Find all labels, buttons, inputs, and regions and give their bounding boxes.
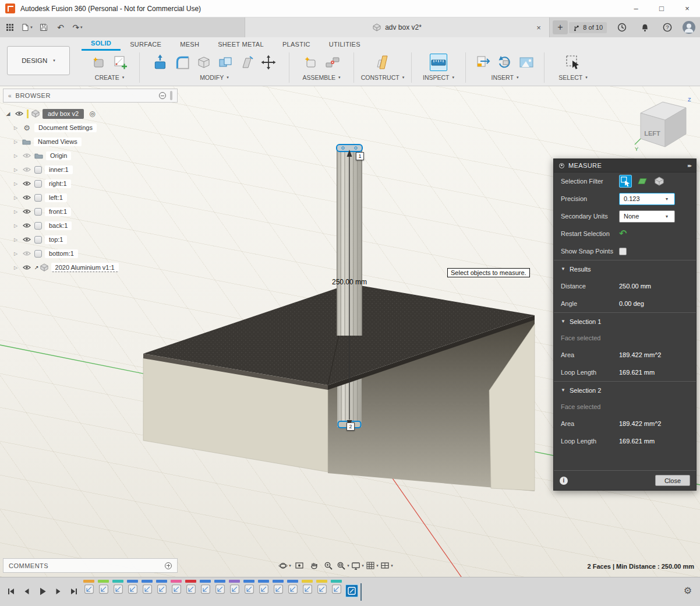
restart-selection-icon[interactable]: ↶ <box>619 229 627 238</box>
timeline-current-marker[interactable] <box>345 584 358 597</box>
save-button[interactable] <box>36 20 51 35</box>
expander-icon[interactable]: ▷ <box>12 237 19 242</box>
job-status-clock-icon[interactable] <box>614 20 630 35</box>
viewcube[interactable]: LEFT Y Z <box>632 93 694 155</box>
timeline-feature[interactable] <box>185 580 197 594</box>
app-grid-icon[interactable] <box>2 20 17 35</box>
secondary-units-dropdown[interactable]: None ▾ <box>619 210 675 223</box>
insert-derive-icon[interactable] <box>475 54 492 71</box>
grid-settings-icon[interactable]: ▾ <box>366 559 379 573</box>
expander-icon[interactable]: ▷ <box>12 223 19 228</box>
version-badge[interactable]: 8 of 10 <box>569 22 607 33</box>
timeline-settings-gear-icon[interactable]: ⚙ <box>684 585 692 596</box>
move-copy-icon[interactable] <box>260 54 277 71</box>
new-tab-button[interactable]: + <box>553 20 568 34</box>
redo-button[interactable]: ↷▾ <box>70 20 85 35</box>
step-forward-button[interactable] <box>52 585 65 598</box>
browser-item-inner[interactable]: ▷ inner:1 <box>3 163 178 177</box>
browser-item-front[interactable]: ▷ front:1 <box>3 205 178 219</box>
expander-icon[interactable]: ◢ <box>5 111 12 117</box>
insert-menu[interactable]: INSERT▾ <box>492 74 519 81</box>
timeline-feature[interactable] <box>155 580 168 594</box>
expander-icon[interactable]: ▷ <box>12 209 19 214</box>
expander-icon[interactable]: ▷ <box>12 251 19 256</box>
orbit-icon[interactable]: ▾ <box>278 559 291 573</box>
offset-face-icon[interactable] <box>238 54 256 71</box>
tab-surface[interactable]: SURFACE <box>121 37 171 51</box>
visibility-eye-icon[interactable] <box>22 223 31 228</box>
visibility-eye-icon[interactable] <box>15 111 24 117</box>
select-tool-icon[interactable] <box>564 54 582 71</box>
tab-close-icon[interactable]: × <box>534 23 543 32</box>
viewcube-face-label[interactable]: LEFT <box>644 130 660 137</box>
timeline-feature[interactable] <box>228 580 241 594</box>
press-pull-icon[interactable] <box>152 54 169 71</box>
timeline-feature[interactable] <box>83 580 95 594</box>
create-menu[interactable]: CREATE▾ <box>95 74 124 81</box>
close-button[interactable]: × <box>674 0 700 17</box>
maximize-button[interactable]: □ <box>649 0 674 17</box>
tab-mesh[interactable]: MESH <box>171 37 208 51</box>
timeline-feature[interactable] <box>243 580 255 594</box>
tab-plastic[interactable]: PLASTIC <box>273 37 320 51</box>
visibility-eye-icon[interactable] <box>22 237 31 242</box>
browser-item-named-views[interactable]: ▷ Named Views <box>3 135 178 149</box>
expander-icon[interactable]: ▷ <box>12 125 19 131</box>
timeline-feature[interactable] <box>214 580 226 594</box>
expander-icon[interactable]: ▷ <box>12 167 19 172</box>
help-icon[interactable]: ? <box>660 20 675 35</box>
browser-item-aluminium[interactable]: ▷ ↗ 2020 Aluminium v1:1 <box>3 260 178 274</box>
document-tab[interactable]: adv box v2* × <box>245 17 550 37</box>
3d-viewport[interactable]: 250.00 mm 1 2 Select objects to measure.… <box>0 86 700 577</box>
fillet-icon[interactable] <box>174 54 191 71</box>
combine-icon[interactable] <box>217 54 234 71</box>
close-dialog-button[interactable]: Close <box>655 475 690 486</box>
results-section-header[interactable]: ▼ Results <box>554 260 696 277</box>
measure-tool-icon[interactable] <box>430 54 447 71</box>
filter-face-select-icon[interactable] <box>636 175 649 188</box>
timeline-feature[interactable] <box>170 580 182 594</box>
canvas-icon[interactable] <box>518 54 535 71</box>
zoom-window-icon[interactable]: ▾ <box>337 559 349 573</box>
visibility-eye-icon[interactable] <box>22 167 31 172</box>
go-to-start-button[interactable] <box>5 585 17 598</box>
go-to-end-button[interactable] <box>68 585 80 598</box>
tab-utilities[interactable]: UTILITIES <box>320 37 370 51</box>
filter-body-select-icon[interactable] <box>619 175 632 188</box>
browser-item-top[interactable]: ▷ top:1 <box>3 232 178 246</box>
info-icon[interactable]: i <box>560 477 568 485</box>
viewports-icon[interactable]: ▾ <box>380 559 393 573</box>
assemble-menu[interactable]: ASSEMBLE▾ <box>302 74 340 81</box>
modify-menu[interactable]: MODIFY▾ <box>200 74 228 81</box>
visibility-eye-icon[interactable] <box>22 153 31 158</box>
timeline-feature[interactable] <box>199 580 211 594</box>
visibility-eye-icon[interactable] <box>22 181 31 186</box>
timeline-feature[interactable] <box>126 580 139 594</box>
comments-panel[interactable]: COMMENTS <box>3 558 178 573</box>
expander-icon[interactable]: ▷ <box>12 139 19 145</box>
timeline-feature[interactable] <box>272 580 284 594</box>
selection1-section-header[interactable]: ▼ Selection 1 <box>554 312 696 330</box>
root-document-label[interactable]: adv box v2 <box>43 109 84 119</box>
construction-plane-icon[interactable] <box>374 54 391 71</box>
browser-item-right[interactable]: ▷ right:1 <box>3 177 178 191</box>
expand-comments-icon[interactable] <box>165 562 172 569</box>
browser-item-origin[interactable]: ▷ Origin <box>3 149 178 163</box>
tab-solid[interactable]: SOLID <box>82 37 121 51</box>
browser-root-item[interactable]: ◢ adv box v2 ◎ <box>3 107 178 121</box>
browser-item-bottom[interactable]: ▷ bottom:1 <box>3 246 178 260</box>
look-at-icon[interactable] <box>293 559 306 573</box>
selection2-section-header[interactable]: ▼ Selection 2 <box>554 381 696 399</box>
expander-icon[interactable]: ▷ <box>12 265 19 270</box>
timeline-feature[interactable] <box>330 580 342 594</box>
shell-icon[interactable] <box>195 54 213 71</box>
expand-dialog-icon[interactable]: ▸▸ <box>688 163 691 168</box>
tab-sheet-metal[interactable]: SHEET METAL <box>208 37 273 51</box>
insert-mesh-icon[interactable] <box>496 54 514 71</box>
minimize-button[interactable]: – <box>623 0 649 17</box>
create-sketch-icon[interactable] <box>112 54 129 71</box>
timeline-feature[interactable] <box>301 580 313 594</box>
new-component-icon[interactable] <box>302 54 320 71</box>
browser-item-back[interactable]: ▷ back:1 <box>3 219 178 232</box>
joint-icon[interactable] <box>324 54 341 71</box>
